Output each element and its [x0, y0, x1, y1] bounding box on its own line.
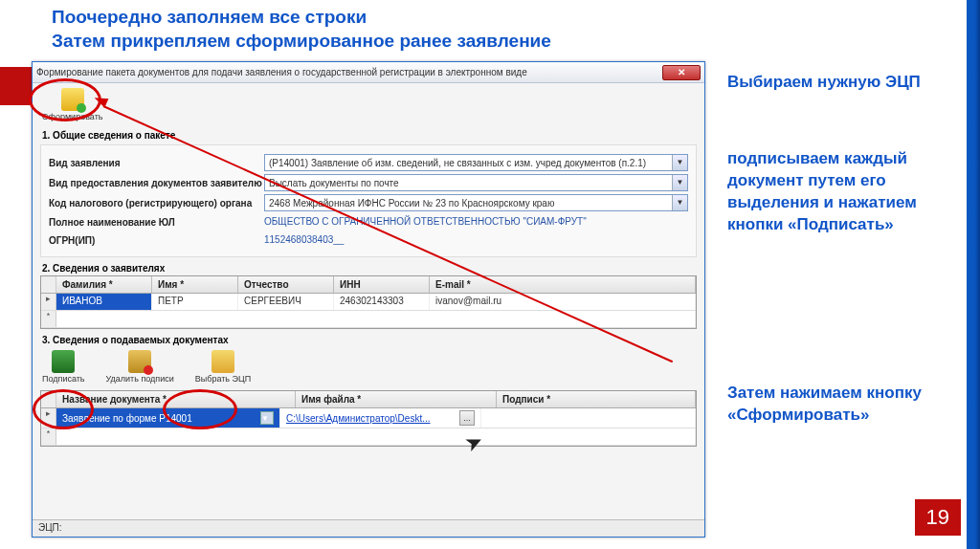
cell-fam[interactable]: ИВАНОВ	[56, 294, 152, 310]
row-marker: ▸	[41, 294, 56, 310]
side-note-sign: подписываем каждый документ путем его вы…	[727, 148, 957, 236]
grid-header: Фамилия * Имя * Отчество ИНН E-mail *	[41, 276, 696, 294]
delivery-dropdown[interactable]: Выслать документы по почте ▼	[264, 174, 688, 191]
cell-doc[interactable]: Заявление по форме Р14001 ▼	[56, 408, 280, 428]
table-row-new[interactable]: *	[41, 428, 696, 446]
ogrn-value: 1152468038403__	[264, 232, 688, 248]
section2-title: 2. Сведения о заявителях	[42, 263, 695, 274]
form-icon	[61, 88, 84, 111]
col-file: Имя файла *	[296, 391, 497, 407]
row-marker: ▸	[41, 408, 56, 428]
full-name-label: Полное наименование ЮЛ	[49, 217, 264, 228]
col-doc: Название документа *	[56, 391, 296, 407]
slide-left-accent	[0, 67, 34, 105]
empty-cell[interactable]	[56, 311, 696, 327]
col-sig: Подписи *	[497, 391, 696, 407]
section3-title: 3. Сведения о подаваемых документах	[42, 335, 695, 345]
delivery-value: Выслать документы по почте	[269, 178, 399, 188]
app-type-dropdown[interactable]: (Р14001) Заявление об изм. сведений, не …	[264, 154, 688, 171]
ogrn-label: ОГРН(ИП)	[49, 235, 264, 246]
tax-code-dropdown[interactable]: 2468 Межрайонная ИФНС России № 23 по Кра…	[264, 194, 688, 211]
empty-cell[interactable]	[56, 428, 696, 445]
select-button-label: Выбрать ЭЦП	[195, 374, 251, 384]
slide-right-stripe	[967, 0, 980, 549]
delete-icon	[128, 350, 151, 373]
titlebar: Формирование пакета документов для подач…	[33, 62, 704, 83]
close-button[interactable]: ✕	[662, 65, 701, 80]
status-bar: ЭЦП:	[33, 519, 704, 537]
table-row[interactable]: ▸ ИВАНОВ ПЕТР СЕРГЕЕВИЧ 246302143303 iva…	[41, 294, 696, 311]
app-type-value: (Р14001) Заявление об изм. сведений, не …	[269, 158, 646, 168]
col-inn: ИНН	[334, 276, 430, 293]
cell-inn[interactable]: 246302143303	[334, 294, 430, 310]
app-window: Формирование пакета документов для подач…	[32, 61, 705, 538]
delete-signatures-button[interactable]: Удалить подписи	[104, 349, 176, 384]
browse-file-button[interactable]: ...	[459, 410, 475, 426]
sign-icon	[52, 350, 75, 373]
instruction-line2: Затем прикрепляем сформированное ранее з…	[52, 30, 551, 54]
row-marker-new: *	[41, 311, 56, 327]
doc-name: Заявление по форме Р14001	[62, 413, 260, 424]
chevron-down-icon[interactable]: ▼	[260, 411, 274, 425]
cell-name[interactable]: ПЕТР	[152, 294, 238, 310]
side-note-choose: Выбираем нужную ЭЦП	[727, 72, 957, 94]
col-fam: Фамилия *	[56, 276, 152, 293]
form-button-label: Сформировать	[42, 112, 102, 121]
documents-grid[interactable]: Название документа * Имя файла * Подписи…	[40, 390, 697, 447]
instruction-text: Поочередно заполняем все строки Затем пр…	[52, 6, 551, 53]
select-icon	[212, 350, 234, 373]
col-otch: Отчество	[238, 276, 334, 293]
file-link[interactable]: C:\Users\Администратор\Deskt...	[286, 413, 457, 424]
delete-button-label: Удалить подписи	[106, 374, 174, 384]
col-email: E-mail *	[430, 276, 696, 293]
form-button[interactable]: Сформировать	[40, 87, 104, 122]
section1: Вид заявления (Р14001) Заявление об изм.…	[40, 144, 697, 257]
tax-code-label: Код налогового (регистрирующего) органа	[49, 198, 264, 209]
side-note-form: Затем нажимаем кнопку «Сформировать»	[727, 383, 957, 427]
status-ecp-label: ЭЦП:	[38, 522, 62, 533]
cell-email[interactable]: ivanov@mail.ru	[430, 294, 696, 310]
cell-file[interactable]: C:\Users\Администратор\Deskt... ...	[280, 408, 481, 428]
row-marker-header	[41, 276, 56, 293]
window-title: Формирование пакета документов для подач…	[36, 67, 662, 77]
app-type-label: Вид заявления	[49, 158, 264, 168]
table-row-new[interactable]: *	[41, 311, 696, 328]
tax-code-value: 2468 Межрайонная ИФНС России № 23 по Кра…	[269, 198, 554, 209]
cell-otch[interactable]: СЕРГЕЕВИЧ	[238, 294, 334, 310]
sign-button-label: Подписать	[42, 374, 85, 384]
top-toolbar: Сформировать	[33, 83, 704, 124]
table-row[interactable]: ▸ Заявление по форме Р14001 ▼ C:\Users\А…	[41, 408, 696, 428]
chevron-down-icon: ▼	[672, 155, 687, 170]
cell-sig[interactable]	[481, 408, 696, 428]
section1-title: 1. Общие сведения о пакете	[42, 130, 695, 141]
page-number: 19	[915, 499, 961, 536]
sign-button[interactable]: Подписать	[40, 349, 87, 384]
delivery-label: Вид предоставления документов заявителю	[49, 178, 264, 188]
full-name-value: ОБЩЕСТВО С ОГРАНИЧЕННОЙ ОТВЕТСТВЕННОСТЬЮ…	[264, 214, 688, 230]
documents-toolbar: Подписать Удалить подписи Выбрать ЭЦП	[33, 347, 704, 388]
row-marker-new: *	[41, 428, 56, 445]
chevron-down-icon: ▼	[672, 195, 687, 210]
instruction-line1: Поочередно заполняем все строки	[52, 6, 551, 30]
grid-header: Название документа * Имя файла * Подписи…	[41, 391, 696, 408]
select-ecp-button[interactable]: Выбрать ЭЦП	[193, 349, 253, 384]
row-marker-header	[41, 391, 56, 407]
col-name: Имя *	[152, 276, 238, 293]
chevron-down-icon: ▼	[672, 175, 687, 190]
applicants-grid[interactable]: Фамилия * Имя * Отчество ИНН E-mail * ▸ …	[40, 275, 697, 329]
